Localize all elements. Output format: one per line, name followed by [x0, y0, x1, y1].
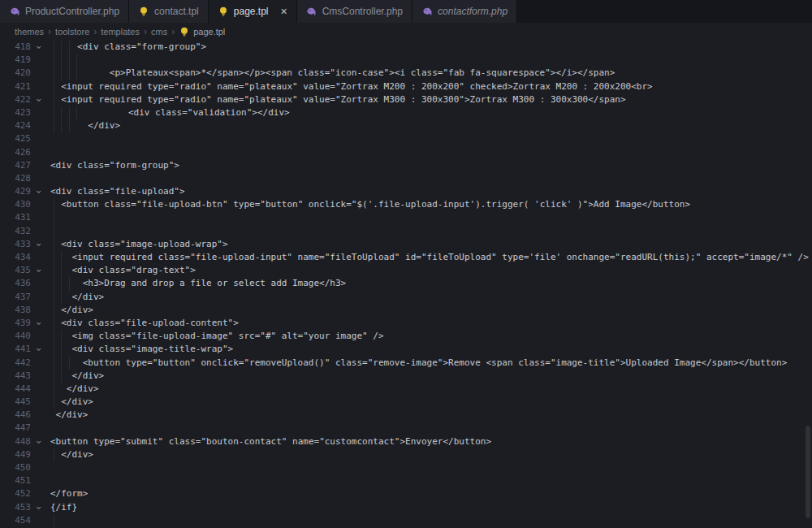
code-line[interactable]: 425: [0, 132, 812, 145]
scrollbar-thumb[interactable]: [806, 426, 810, 518]
code-line[interactable]: 438</div>: [0, 304, 812, 317]
line-number[interactable]: 431: [0, 211, 31, 224]
breadcrumb-item-page-tpl[interactable]: page.tpl: [179, 26, 225, 37]
line-number[interactable]: 450: [0, 461, 31, 474]
code-line[interactable]: 442<button type="button" onclick="remove…: [0, 357, 812, 370]
breadcrumb-item-themes[interactable]: themes: [15, 27, 44, 37]
tab-contactform-php[interactable]: contactform.php: [412, 0, 517, 23]
line-number[interactable]: 424: [0, 119, 31, 132]
breadcrumb-item-toolstore[interactable]: toolstore: [55, 27, 89, 37]
line-number[interactable]: 433: [0, 238, 31, 251]
code-line[interactable]: 439›<div class="file-upload-content">: [0, 317, 812, 330]
tab-productcontroller-php[interactable]: ProductController.php: [0, 0, 129, 23]
line-number[interactable]: 448: [0, 435, 31, 448]
code-line[interactable]: 435›<div class="drag-text">: [0, 264, 812, 277]
line-number[interactable]: 440: [0, 330, 31, 343]
line-number[interactable]: 439: [0, 317, 31, 330]
code-line[interactable]: 429›<div class="file-upload">: [0, 185, 812, 198]
code-line[interactable]: 430<button class="file-upload-btn" type=…: [0, 198, 812, 211]
code-line[interactable]: 441›<div class="image-title-wrap">: [0, 343, 812, 356]
line-number[interactable]: 437: [0, 291, 31, 304]
tab-page-tpl[interactable]: page.tpl×: [209, 0, 297, 23]
line-number[interactable]: 452: [0, 487, 31, 500]
fold-gutter: [31, 448, 47, 461]
code-line[interactable]: 418›<div class="form-group">: [0, 41, 812, 54]
line-number[interactable]: 422: [0, 93, 31, 106]
line-number[interactable]: 446: [0, 409, 31, 422]
code-line[interactable]: 447: [0, 422, 812, 435]
code-content: <div class="image-upload-wrap">: [47, 238, 812, 251]
code-line[interactable]: 424</div>: [0, 119, 812, 132]
line-number[interactable]: 419: [0, 54, 31, 67]
line-number[interactable]: 429: [0, 185, 31, 198]
breadcrumb-label: themes: [15, 27, 44, 37]
fold-chevron-icon[interactable]: ›: [31, 41, 47, 54]
fold-chevron-icon[interactable]: ›: [31, 501, 47, 514]
line-number[interactable]: 441: [0, 343, 31, 356]
code-line[interactable]: 434<input required class="file-upload-in…: [0, 251, 812, 264]
indent-guide: [61, 343, 62, 356]
code-line[interactable]: 421<input required type="radio" name="pl…: [0, 80, 812, 93]
code-line[interactable]: 440<img class="file-upload-image" src="#…: [0, 330, 812, 343]
code-line[interactable]: 436<h3>Drag and drop a file or select ad…: [0, 277, 812, 290]
code-line[interactable]: 443</div>: [0, 370, 812, 383]
line-number[interactable]: 438: [0, 304, 31, 317]
line-number[interactable]: 449: [0, 448, 31, 461]
line-number[interactable]: 436: [0, 277, 31, 290]
fold-chevron-icon[interactable]: ›: [31, 185, 47, 198]
line-number[interactable]: 430: [0, 198, 31, 211]
line-number[interactable]: 423: [0, 106, 31, 119]
code-line[interactable]: 450: [0, 461, 812, 474]
code-line[interactable]: 419: [0, 54, 812, 67]
code-line[interactable]: 427<div class="form-group">: [0, 159, 812, 172]
code-line[interactable]: 431: [0, 211, 812, 224]
code-line[interactable]: 448›<button type="submit" class="bouton-…: [0, 435, 812, 448]
code-line[interactable]: 451: [0, 474, 812, 487]
tab-cmscontroller-php[interactable]: CmsController.php: [297, 0, 412, 23]
line-number[interactable]: 451: [0, 474, 31, 487]
code-line[interactable]: 428: [0, 172, 812, 185]
breadcrumb-item-templates[interactable]: templates: [101, 27, 140, 37]
code-line[interactable]: 445</div>: [0, 396, 812, 409]
line-number[interactable]: 418: [0, 41, 31, 54]
line-number[interactable]: 434: [0, 251, 31, 264]
tab-contact-tpl[interactable]: contact.tpl: [129, 0, 209, 23]
code-line[interactable]: 432: [0, 225, 812, 238]
line-number[interactable]: 425: [0, 132, 31, 145]
line-number[interactable]: 420: [0, 67, 31, 80]
fold-chevron-icon[interactable]: ›: [31, 317, 47, 330]
code-line[interactable]: 454: [0, 514, 812, 527]
code-line[interactable]: 452</form>: [0, 487, 812, 500]
line-number[interactable]: 443: [0, 370, 31, 383]
line-number[interactable]: 454: [0, 514, 31, 527]
line-number[interactable]: 453: [0, 501, 31, 514]
line-number[interactable]: 421: [0, 80, 31, 93]
code-line[interactable]: 420<p>Plateaux<span>*</span></p><span cl…: [0, 67, 812, 80]
fold-chevron-icon[interactable]: ›: [31, 343, 47, 356]
fold-chevron-icon[interactable]: ›: [31, 435, 47, 448]
breadcrumb-item-cms[interactable]: cms: [151, 27, 167, 37]
line-number[interactable]: 435: [0, 264, 31, 277]
code-line[interactable]: 437</div>: [0, 291, 812, 304]
code-line[interactable]: 423<div class="validation"></div>: [0, 106, 812, 119]
line-number[interactable]: 428: [0, 172, 31, 185]
line-number[interactable]: 426: [0, 146, 31, 159]
vertical-scrollbar[interactable]: [804, 41, 812, 528]
close-icon[interactable]: ×: [280, 6, 287, 17]
fold-chevron-icon[interactable]: ›: [31, 238, 47, 251]
code-line[interactable]: 453›{/if}: [0, 501, 812, 514]
fold-chevron-icon[interactable]: ›: [31, 93, 47, 106]
code-line[interactable]: 449</div>: [0, 448, 812, 461]
line-number[interactable]: 445: [0, 396, 31, 409]
line-number[interactable]: 427: [0, 159, 31, 172]
line-number[interactable]: 447: [0, 422, 31, 435]
line-number[interactable]: 442: [0, 357, 31, 370]
line-number[interactable]: 444: [0, 383, 31, 396]
fold-chevron-icon[interactable]: ›: [31, 264, 47, 277]
code-line[interactable]: 433›<div class="image-upload-wrap">: [0, 238, 812, 251]
code-line[interactable]: 444</div>: [0, 383, 812, 396]
code-line[interactable]: 446</div>: [0, 409, 812, 422]
code-line[interactable]: 426: [0, 146, 812, 159]
line-number[interactable]: 432: [0, 225, 31, 238]
code-line[interactable]: 422›<input required type="radio" name="p…: [0, 93, 812, 106]
